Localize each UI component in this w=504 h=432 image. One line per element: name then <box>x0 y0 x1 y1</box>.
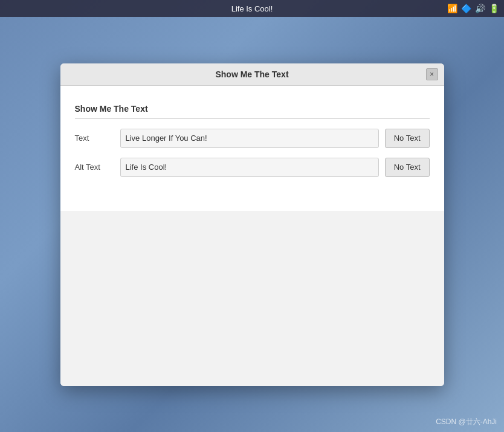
taskbar: Life Is Cool! 📶 🔷 🔊 🔋 <box>0 0 504 17</box>
volume-icon[interactable]: 🔊 <box>475 4 485 13</box>
alt-text-row: Alt Text No Text <box>75 158 430 177</box>
dialog-title: Show Me The Text <box>215 69 288 79</box>
desktop: Show Me The Text × Show Me The Text Text… <box>0 17 504 432</box>
alt-text-input[interactable] <box>120 158 379 177</box>
bluetooth-icon[interactable]: 🔷 <box>461 4 471 13</box>
alt-text-label: Alt Text <box>75 163 114 172</box>
dialog-extra-area <box>60 211 444 386</box>
text-label: Text <box>75 134 114 143</box>
battery-icon[interactable]: 🔋 <box>489 4 499 13</box>
no-text-button-alt[interactable]: No Text <box>385 158 430 177</box>
dialog: Show Me The Text × Show Me The Text Text… <box>60 63 444 386</box>
dialog-titlebar: Show Me The Text × <box>60 63 444 86</box>
dialog-body: Show Me The Text Text No Text Alt Text N… <box>60 86 444 211</box>
taskbar-title: Life Is Cool! <box>231 4 273 13</box>
watermark: CSDN @廿六-AhJi <box>436 417 497 427</box>
taskbar-icons: 📶 🔷 🔊 🔋 <box>447 4 499 13</box>
text-row: Text No Text <box>75 129 430 148</box>
no-text-button-text[interactable]: No Text <box>385 129 430 148</box>
section-title: Show Me The Text <box>75 104 430 119</box>
wifi-icon[interactable]: 📶 <box>447 4 457 13</box>
close-button[interactable]: × <box>426 68 438 80</box>
text-input[interactable] <box>120 129 379 148</box>
